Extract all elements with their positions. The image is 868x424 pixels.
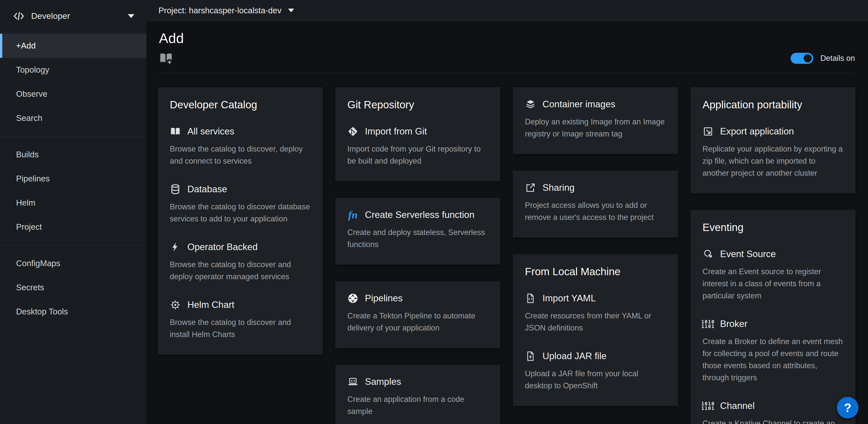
- sidebar-item-project[interactable]: Project: [0, 215, 147, 239]
- add-item-link-pipelines[interactable]: Pipelines: [347, 293, 488, 304]
- add-item-description: Create resources from their YAML or JSON…: [525, 310, 666, 334]
- add-item-link-import-from-git[interactable]: Import from Git: [347, 126, 488, 137]
- add-item-link-broker[interactable]: 10101101Broker: [703, 318, 843, 330]
- file-upload-icon: [525, 350, 536, 362]
- sidebar-item-helm[interactable]: Helm: [0, 191, 147, 215]
- sidebar-item-builds[interactable]: Builds: [0, 142, 147, 167]
- main-area: Project: harshcasper-localsta-dev Add De…: [147, 0, 868, 424]
- add-item-description: Create a Knative Channel to create an ev…: [703, 418, 843, 424]
- card-container-images: Container imagesDeploy an existing Image…: [513, 87, 678, 154]
- add-item-link-helm-chart[interactable]: Helm Chart: [170, 299, 311, 310]
- fn-icon: fn: [347, 209, 359, 220]
- add-item-link-export-application[interactable]: Export application: [703, 126, 843, 137]
- add-item-label: Create Serverless function: [365, 209, 474, 220]
- add-item-label: Container images: [542, 99, 615, 110]
- add-item-link-samples[interactable]: Samples: [347, 376, 488, 387]
- export-icon: [703, 126, 714, 137]
- card-developer-catalog: Developer CatalogAll servicesBrowse the …: [158, 87, 323, 355]
- app-layout: Developer +AddTopologyObserveSearchBuild…: [0, 0, 868, 424]
- add-item-label: Channel: [720, 401, 755, 411]
- add-item-link-channel[interactable]: 10101101Channel: [703, 400, 843, 412]
- card-pipelines: PipelinesCreate a Tekton Pipeline to aut…: [335, 281, 500, 348]
- add-item-channel: 10101101ChannelCreate a Knative Channel …: [703, 400, 843, 424]
- details-toggle[interactable]: [790, 53, 813, 64]
- add-item-link-sharing[interactable]: Sharing: [525, 182, 666, 193]
- add-item-link-import-yaml[interactable]: Import YAML: [525, 293, 666, 304]
- sidebar-item-desktop-tools[interactable]: Desktop Tools: [0, 300, 147, 324]
- add-item-description: Create a Tekton Pipeline to automate del…: [347, 310, 488, 334]
- tekton-icon: [347, 293, 359, 304]
- add-item-operator-backed: Operator BackedBrowse the catalog to dis…: [170, 242, 311, 283]
- add-item-label: Database: [187, 184, 227, 195]
- layers-icon: [525, 99, 536, 110]
- add-item-label: Broker: [720, 319, 747, 329]
- add-item-label: All services: [187, 126, 234, 137]
- chevron-down-icon: [128, 14, 134, 18]
- file-code-icon: [525, 293, 536, 304]
- perspective-label: Developer: [31, 11, 128, 21]
- sidebar-item-add[interactable]: +Add: [0, 34, 147, 58]
- card-title: Developer Catalog: [170, 99, 311, 111]
- sidebar-item-observe[interactable]: Observe: [0, 82, 147, 106]
- bolt-icon: [170, 242, 181, 253]
- card-samples: SamplesCreate an application from a code…: [335, 365, 500, 424]
- binary-icon: 10101101: [703, 318, 714, 330]
- card-application-portability: Application portabilityExport applicatio…: [690, 87, 856, 193]
- add-item-link-upload-jar-file[interactable]: Upload JAR file: [525, 350, 666, 362]
- card-title: From Local Machine: [525, 266, 666, 278]
- quick-starts-book-plus-icon[interactable]: [159, 51, 173, 65]
- card-from-local-machine: From Local MachineImport YAMLCreate reso…: [513, 254, 678, 406]
- add-item-database: DatabaseBrowse the catalog to discover d…: [170, 184, 311, 225]
- perspective-switcher[interactable]: Developer: [0, 0, 147, 32]
- add-item-description: Browse the catalog to discover database …: [170, 201, 311, 225]
- card-column-4: Application portabilityExport applicatio…: [690, 87, 856, 424]
- project-selector[interactable]: Project: harshcasper-localsta-dev: [158, 6, 294, 15]
- card-sharing: SharingProject access allows you to add …: [513, 171, 678, 237]
- add-item-description: Create and deploy stateless, Serverless …: [347, 226, 488, 251]
- add-item-link-operator-backed[interactable]: Operator Backed: [170, 242, 311, 253]
- sidebar-item-configmaps[interactable]: ConfigMaps: [0, 251, 147, 276]
- add-item-link-all-services[interactable]: All services: [170, 126, 311, 137]
- add-item-label: Import YAML: [542, 293, 596, 304]
- add-item-link-event-source[interactable]: Event Source: [703, 249, 843, 260]
- add-item-label: Samples: [365, 376, 401, 387]
- git-icon: [347, 126, 359, 137]
- sidebar: Developer +AddTopologyObserveSearchBuild…: [0, 0, 147, 424]
- card-column-2: Git RepositoryImport from GitImport code…: [335, 87, 500, 424]
- add-item-link-create-serverless-function[interactable]: fnCreate Serverless function: [347, 209, 488, 220]
- card-column-3: Container imagesDeploy an existing Image…: [513, 87, 678, 406]
- add-item-label: Event Source: [720, 249, 776, 259]
- add-item-link-container-images[interactable]: Container images: [525, 99, 666, 110]
- add-item-create-serverless-function: fnCreate Serverless functionCreate and d…: [347, 209, 488, 251]
- helm-icon: [170, 299, 181, 310]
- add-item-container-images: Container imagesDeploy an existing Image…: [525, 99, 666, 140]
- page-header: Add Details on: [147, 21, 868, 73]
- help-button[interactable]: ?: [837, 397, 859, 419]
- sidebar-item-pipelines[interactable]: Pipelines: [0, 167, 147, 191]
- page-title: Add: [159, 30, 855, 46]
- add-item-samples: SamplesCreate an application from a code…: [347, 376, 488, 418]
- details-toggle-group: Details on: [790, 53, 855, 64]
- add-page: Add Details on Developer CatalogAll serv…: [147, 21, 868, 424]
- card-title: Application portability: [703, 99, 843, 111]
- sidebar-nav-group-1: +AddTopologyObserveSearch: [0, 34, 147, 130]
- add-item-event-source: Event SourceCreate an Event source to re…: [703, 249, 843, 302]
- binary-icon: 10101101: [703, 400, 714, 412]
- card-git-repository: Git RepositoryImport from GitImport code…: [335, 87, 500, 181]
- card-eventing: EventingEvent SourceCreate an Event sour…: [690, 210, 856, 424]
- book-icon: [170, 126, 181, 137]
- card-title: Eventing: [703, 221, 843, 233]
- card-create-serverless-function: fnCreate Serverless functionCreate and d…: [335, 198, 500, 265]
- add-item-description: Replicate your application by exporting …: [703, 143, 843, 179]
- sidebar-nav-group-3: ConfigMapsSecretsDesktop Tools: [0, 245, 147, 324]
- topbar: Project: harshcasper-localsta-dev: [147, 0, 868, 21]
- sidebar-item-search[interactable]: Search: [0, 106, 147, 130]
- add-item-link-database[interactable]: Database: [170, 184, 311, 195]
- add-item-pipelines: PipelinesCreate a Tekton Pipeline to aut…: [347, 293, 488, 334]
- sidebar-item-topology[interactable]: Topology: [0, 58, 147, 82]
- add-item-broker: 10101101BrokerCreate a Broker to define …: [703, 318, 843, 384]
- sidebar-item-secrets[interactable]: Secrets: [0, 276, 147, 300]
- code-icon: [13, 10, 25, 22]
- project-selector-label: Project: harshcasper-localsta-dev: [158, 6, 282, 15]
- add-item-helm-chart: Helm ChartBrowse the catalog to discover…: [170, 299, 311, 341]
